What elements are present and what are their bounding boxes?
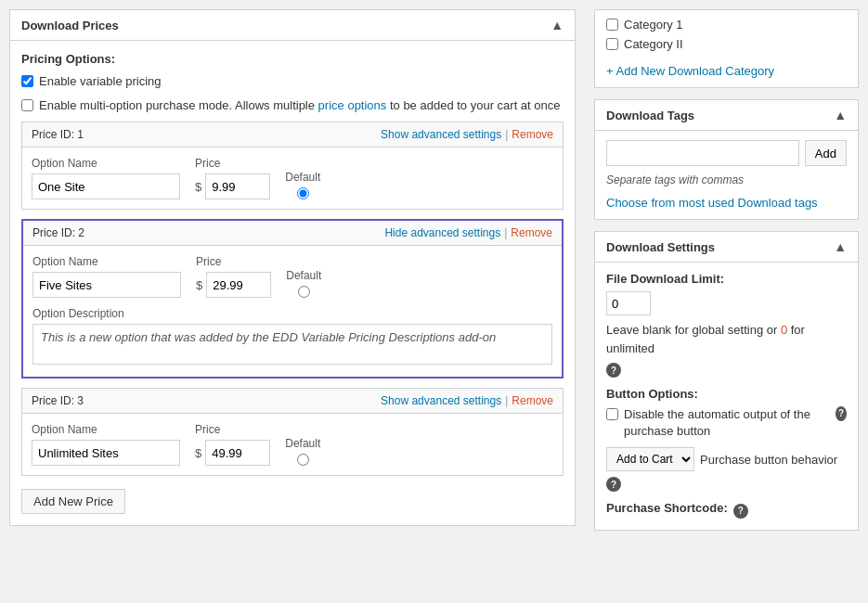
list-item: Category II — [606, 37, 847, 51]
price-block-1: Price ID: 1 Show advanced settings | Rem… — [21, 122, 564, 210]
disable-purchase-checkbox[interactable] — [606, 408, 618, 420]
price-options-link[interactable]: price options — [318, 98, 387, 112]
option-name-group-2: Option Name — [32, 255, 181, 298]
download-tags-widget: Download Tags ▲ Add Separate tags with c… — [594, 99, 859, 220]
purchase-behavior-help-icon[interactable]: ? — [606, 477, 621, 492]
category-2-label: Category II — [624, 37, 683, 51]
price-group-3: Price $ — [195, 423, 270, 466]
price-block-3-header: Price ID: 3 Show advanced settings | Rem… — [22, 389, 563, 414]
price-block-1-actions: Show advanced settings | Remove — [381, 128, 553, 141]
disable-purchase-label: Disable the automatic output of the purc… — [624, 406, 830, 440]
add-to-cart-row: Add to Cart Purchase button behavior ? — [606, 447, 847, 492]
widget-title: Download Prices — [21, 19, 119, 32]
default-label-2: Default — [286, 269, 321, 282]
price-group-1: Price $ — [195, 157, 270, 199]
file-limit-input[interactable] — [606, 291, 651, 315]
price-block-3: Price ID: 3 Show advanced settings | Rem… — [21, 388, 564, 476]
sep-3: | — [505, 394, 508, 407]
option-name-input-2[interactable] — [32, 272, 181, 298]
option-desc-label: Option Description — [32, 307, 552, 320]
default-group-1: Default — [285, 171, 320, 199]
widget-toggle-icon[interactable]: ▲ — [551, 18, 564, 32]
settings-widget-header: Download Settings ▲ — [595, 232, 858, 263]
file-limit-row: Leave blank for global setting or 0 for … — [606, 291, 847, 378]
widget-body: Pricing Options: Enable variable pricing… — [10, 41, 575, 525]
purchase-behavior-label: Purchase button behavior — [700, 453, 837, 467]
purchase-shortcode-label: Purchase Shortcode: — [606, 501, 728, 515]
enable-variable-pricing-row: Enable variable pricing — [21, 73, 564, 90]
option-name-input-1[interactable] — [32, 173, 180, 199]
price-block-3-actions: Show advanced settings | Remove — [381, 394, 553, 407]
price-block-2: Price ID: 2 Hide advanced settings | Rem… — [21, 219, 564, 378]
option-name-input-3[interactable] — [32, 440, 180, 466]
tag-input-row: Add — [595, 131, 858, 172]
option-name-label-1: Option Name — [32, 157, 180, 170]
add-category-link[interactable]: + Add New Download Category — [595, 60, 858, 87]
category-1-label: Category 1 — [624, 18, 683, 32]
price-input-3[interactable] — [205, 440, 270, 466]
default-group-3: Default — [285, 437, 320, 466]
enable-multi-option-checkbox[interactable] — [21, 99, 33, 111]
option-name-label-2: Option Name — [32, 255, 181, 268]
add-tag-button[interactable]: Add — [805, 140, 847, 166]
settings-toggle-icon[interactable]: ▲ — [834, 239, 847, 254]
dollar-sign-1: $ — [195, 180, 201, 194]
default-radio-2[interactable] — [298, 286, 310, 298]
price-block-2-header: Price ID: 2 Hide advanced settings | Rem… — [23, 221, 562, 246]
price-label-1: Price — [195, 157, 270, 170]
price-input-2[interactable] — [206, 272, 271, 298]
button-options-section: Button Options: Disable the automatic ou… — [606, 387, 847, 492]
tag-hint: Separate tags with commas — [595, 172, 858, 194]
default-group-2: Default — [286, 269, 321, 298]
disable-purchase-help-icon[interactable]: ? — [836, 406, 847, 421]
dollar-sign-3: $ — [195, 446, 201, 460]
download-settings-widget: Download Settings ▲ File Download Limit:… — [594, 231, 859, 531]
dollar-sign-2: $ — [196, 278, 202, 292]
tags-toggle-icon[interactable]: ▲ — [834, 108, 847, 122]
default-radio-3[interactable] — [297, 454, 309, 466]
show-advanced-settings-3[interactable]: Show advanced settings — [381, 394, 501, 407]
choose-tags-link[interactable]: Choose from most used Download tags — [595, 194, 858, 219]
category-2-checkbox[interactable] — [606, 38, 618, 50]
purchase-shortcode-help-icon[interactable]: ? — [733, 504, 748, 519]
enable-variable-pricing-checkbox[interactable] — [21, 75, 33, 87]
price-label-3: Price — [195, 423, 270, 436]
remove-price-1[interactable]: Remove — [512, 128, 553, 141]
categories-widget: Category 1 Category II + Add New Downloa… — [594, 9, 859, 88]
add-to-cart-select[interactable]: Add to Cart — [606, 447, 694, 471]
remove-price-3[interactable]: Remove — [512, 394, 553, 407]
price-group-2: Price $ — [196, 255, 271, 298]
sep-2: | — [504, 226, 507, 239]
default-radio-1[interactable] — [297, 187, 309, 199]
price-block-1-header: Price ID: 1 Show advanced settings | Rem… — [22, 122, 563, 148]
purchase-shortcode-row: Purchase Shortcode: ? — [606, 501, 847, 520]
price-input-wrapper-1: $ — [195, 173, 270, 199]
tags-widget-title: Download Tags — [606, 109, 694, 122]
hide-advanced-settings-2[interactable]: Hide advanced settings — [384, 226, 500, 239]
option-description-input[interactable]: This is a new option that was added by t… — [32, 324, 552, 365]
enable-multi-option-row: Enable multi-option purchase mode. Allow… — [21, 97, 564, 114]
price-input-wrapper-3: $ — [195, 440, 270, 466]
price-id-3-label: Price ID: 3 — [32, 394, 84, 407]
option-name-group-3: Option Name — [32, 423, 180, 466]
category-1-checkbox[interactable] — [606, 19, 618, 31]
download-prices-widget: Download Prices ▲ Pricing Options: Enabl… — [9, 9, 576, 526]
default-label-3: Default — [285, 437, 320, 450]
settings-widget-title: Download Settings — [606, 240, 715, 254]
show-advanced-settings-1[interactable]: Show advanced settings — [381, 128, 501, 141]
remove-price-2[interactable]: Remove — [511, 226, 552, 239]
price-input-1[interactable] — [205, 173, 270, 199]
zero-for-unlimited-link[interactable]: 0 — [781, 323, 787, 337]
disable-purchase-row: Disable the automatic output of the purc… — [606, 406, 847, 440]
add-new-price-button[interactable]: Add New Price — [21, 489, 125, 514]
file-download-limit-label: File Download Limit: — [606, 272, 847, 286]
categories-list: Category 1 Category II — [595, 10, 858, 60]
sep-1: | — [505, 128, 508, 141]
tag-input[interactable] — [606, 140, 799, 166]
default-label-1: Default — [285, 171, 320, 184]
price-block-2-actions: Hide advanced settings | Remove — [384, 226, 552, 239]
file-limit-help-icon[interactable]: ? — [606, 363, 621, 378]
option-description-section: Option Description This is a new option … — [23, 307, 562, 377]
option-name-label-3: Option Name — [32, 423, 180, 436]
button-options-label: Button Options: — [606, 387, 847, 401]
